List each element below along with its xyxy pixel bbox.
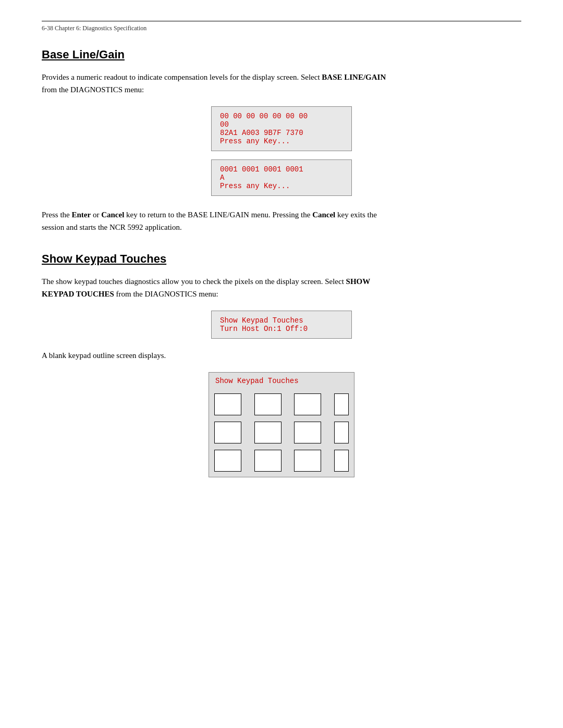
blank-screen-text: A blank keypad outline screen displays.: [42, 349, 396, 362]
keypad-main-grid: [214, 393, 332, 472]
key-8[interactable]: [254, 450, 282, 472]
header-rule: [42, 21, 521, 21]
footer-text-1: Press the: [42, 211, 72, 219]
menu-screen-box: Show Keypad Touches Turn Host On:1 Off:0: [211, 311, 352, 339]
side-key-1[interactable]: [334, 393, 349, 415]
footer-bold-3: Cancel: [312, 211, 335, 219]
footer-text-3: key to return to the BASE LINE/GAIN menu…: [124, 211, 312, 219]
key-3[interactable]: [294, 393, 321, 415]
intro-bold: BASE LINE/GAIN: [322, 73, 386, 81]
screen-box-1: 00 00 00 00 00 00 00 00 82A1 A003 9B7F 7…: [211, 106, 352, 151]
page: 6-38 Chapter 6: Diagnostics Specificatio…: [0, 0, 563, 532]
side-key-3[interactable]: [334, 450, 349, 472]
key-4[interactable]: [214, 422, 241, 443]
menu-box-container: Show Keypad Touches Turn Host On:1 Off:0: [42, 311, 521, 339]
keypad-grid-area: [209, 388, 354, 477]
keypad-diagram-title: Show Keypad Touches: [209, 373, 354, 388]
keypad-side-col: [332, 393, 349, 472]
menu-line2: Turn Host On:1 Off:0: [220, 325, 343, 333]
screen2-line2: A: [220, 174, 343, 182]
key-1[interactable]: [214, 393, 241, 415]
footer-bold-1: Enter: [72, 211, 91, 219]
show-keypad-title: Show Keypad Touches: [42, 252, 521, 266]
baseline-gain-title: Base Line/Gain: [42, 48, 521, 61]
keypad-diagram: Show Keypad Touches: [209, 372, 354, 477]
skp-intro-1: The show keypad touches diagnostics allo…: [42, 277, 346, 286]
intro-text-2: from the DIAGNOSTICS menu:: [42, 85, 144, 94]
intro-text-1: Provides a numeric readout to indicate c…: [42, 73, 322, 81]
key-7[interactable]: [214, 450, 241, 472]
header-text: 6-38 Chapter 6: Diagnostics Specificatio…: [42, 24, 521, 32]
screen1-line4: Press any Key...: [220, 137, 343, 145]
show-keypad-intro: The show keypad touches diagnostics allo…: [42, 275, 396, 300]
key-6[interactable]: [294, 422, 321, 443]
side-key-2[interactable]: [334, 422, 349, 443]
screen2-line1: 0001 0001 0001 0001: [220, 165, 343, 174]
footer-bold-2: Cancel: [101, 211, 124, 219]
baseline-gain-screens: 00 00 00 00 00 00 00 00 82A1 A003 9B7F 7…: [42, 106, 521, 196]
skp-intro-2: from the DIAGNOSTICS menu:: [114, 290, 218, 298]
screen1-line2: 00: [220, 120, 343, 129]
footer-text-2: or: [91, 211, 101, 219]
menu-line1: Show Keypad Touches: [220, 316, 343, 325]
screen1-line3: 82A1 A003 9B7F 7370: [220, 129, 343, 137]
key-2[interactable]: [254, 393, 282, 415]
baseline-gain-intro: Provides a numeric readout to indicate c…: [42, 71, 396, 96]
screen-box-2: 0001 0001 0001 0001 A Press any Key...: [211, 159, 352, 196]
key-5[interactable]: [254, 422, 282, 443]
baseline-gain-footer: Press the Enter or Cancel key to return …: [42, 208, 396, 233]
show-keypad-section: Show Keypad Touches The show keypad touc…: [42, 252, 521, 477]
screen2-line3: Press any Key...: [220, 182, 343, 190]
keypad-diagram-container: Show Keypad Touches: [42, 372, 521, 477]
key-9[interactable]: [294, 450, 321, 472]
screen1-line1: 00 00 00 00 00 00 00: [220, 112, 343, 120]
